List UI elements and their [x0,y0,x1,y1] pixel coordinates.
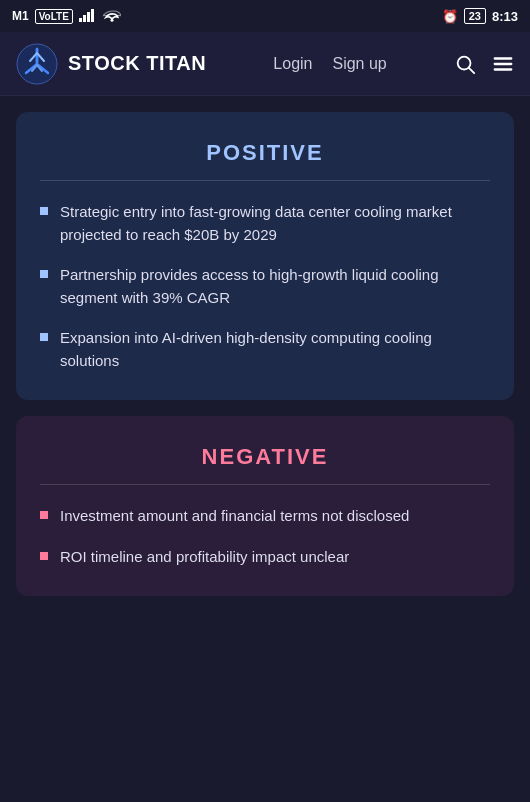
list-item: Strategic entry into fast-growing data c… [40,201,490,246]
alarm-icon: ⏰ [442,9,458,24]
positive-divider [40,180,490,181]
svg-point-4 [110,18,113,21]
main-content: Positive Strategic entry into fast-growi… [0,96,530,612]
positive-item-1: Strategic entry into fast-growing data c… [60,201,490,246]
bullet-icon [40,270,48,278]
status-bar: M1 VoLTE ⏰ 23 8:13 [0,0,530,32]
login-link[interactable]: Login [273,55,312,73]
carrier-label: M1 [12,9,29,23]
svg-line-7 [469,68,474,73]
list-item: Partnership provides access to high-grow… [40,264,490,309]
list-item: Expansion into AI-driven high-density co… [40,327,490,372]
positive-list: Strategic entry into fast-growing data c… [40,201,490,372]
bullet-icon [40,511,48,519]
status-right: ⏰ 23 8:13 [442,8,518,24]
volte-label: VoLTE [35,9,73,24]
negative-card: Negative Investment amount and financial… [16,416,514,596]
search-icon [454,53,476,75]
positive-item-3: Expansion into AI-driven high-density co… [60,327,490,372]
time-label: 8:13 [492,9,518,24]
svg-rect-1 [83,15,86,22]
signal-bars-icon [79,8,97,25]
negative-item-1: Investment amount and financial terms no… [60,505,409,528]
navbar: STOCK TITAN Login Sign up [0,32,530,96]
hamburger-icon [492,53,514,75]
bullet-icon [40,207,48,215]
svg-rect-3 [91,9,94,22]
svg-rect-0 [79,18,82,22]
negative-divider [40,484,490,485]
negative-title: Negative [40,444,490,470]
status-left: M1 VoLTE [12,8,121,25]
wifi-icon [103,8,121,25]
positive-item-2: Partnership provides access to high-grow… [60,264,490,309]
list-item: ROI timeline and profitability impact un… [40,546,490,569]
navbar-links: Login Sign up [273,55,386,73]
bullet-icon [40,333,48,341]
positive-card: Positive Strategic entry into fast-growi… [16,112,514,400]
bullet-icon [40,552,48,560]
positive-title: Positive [40,140,490,166]
signup-link[interactable]: Sign up [332,55,386,73]
menu-button[interactable] [492,53,514,75]
svg-rect-2 [87,12,90,22]
battery-icon: 23 [464,8,486,24]
search-button[interactable] [454,53,476,75]
brand: STOCK TITAN [16,43,206,85]
nav-icons [454,53,514,75]
brand-logo-icon [16,43,58,85]
list-item: Investment amount and financial terms no… [40,505,490,528]
brand-name: STOCK TITAN [68,52,206,75]
negative-item-2: ROI timeline and profitability impact un… [60,546,349,569]
negative-list: Investment amount and financial terms no… [40,505,490,568]
